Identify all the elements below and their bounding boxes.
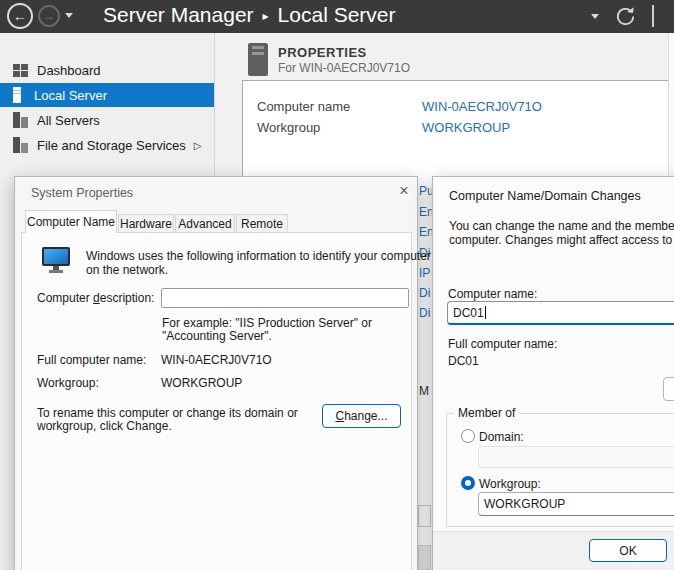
computer-name-link[interactable]: WIN-0AECRJ0V71O <box>422 99 542 114</box>
text-cursor <box>485 306 486 319</box>
server-icon <box>13 87 21 103</box>
dialog-title: Computer Name/Domain Changes <box>449 189 641 203</box>
sidebar-item-label: Dashboard <box>37 63 101 78</box>
workgroup-label: Workgroup: <box>37 376 99 390</box>
full-computer-name-label: Full computer name: <box>448 337 557 351</box>
properties-server-icon <box>248 43 268 76</box>
workgroup-link[interactable]: WORKGROUP <box>422 120 510 135</box>
page-title[interactable]: Local Server <box>278 3 396 26</box>
ok-button[interactable]: OK <box>589 539 667 562</box>
example-text-line2: "Accounting Server". <box>162 329 272 343</box>
example-text-line1: For example: "IIS Production Server" or <box>162 316 372 330</box>
background-artifact <box>418 545 431 570</box>
tab-label: Remote <box>241 217 283 231</box>
tab-page <box>21 232 412 570</box>
property-label: Computer name <box>257 99 350 114</box>
member-of-legend: Member of <box>454 406 519 420</box>
expand-arrow-icon[interactable]: ▷ <box>194 140 202 151</box>
intro-text-line2: on the network. <box>86 263 168 277</box>
sidebar-item-dashboard[interactable]: Dashboard <box>0 58 214 82</box>
sidebar-item-label: File and Storage Services <box>37 138 186 153</box>
tab-label: Computer Name <box>27 215 115 229</box>
computer-name-input[interactable]: DC01 <box>447 301 674 325</box>
close-icon[interactable]: × <box>395 182 413 200</box>
label-accesskey: d <box>93 291 100 305</box>
more-button[interactable] <box>663 377 674 401</box>
rename-hint-line2: workgroup, click Change. <box>37 419 172 433</box>
dialog-title: System Properties <box>31 186 133 200</box>
flag-icon[interactable] <box>652 5 654 27</box>
full-computer-name-label: Full computer name: <box>37 353 146 367</box>
back-icon[interactable]: ← <box>7 3 33 29</box>
domain-radio-label: Domain: <box>479 430 524 444</box>
server-manager-window: ← → Server Manager▸Local Server Dashboar… <box>0 0 674 570</box>
forward-arrow-glyph: → <box>43 9 55 23</box>
button-label: hange... <box>344 409 387 423</box>
forward-icon[interactable]: → <box>38 5 60 27</box>
computer-description-label: Computer description: <box>37 291 154 305</box>
breadcrumb-separator-icon: ▸ <box>263 9 269 23</box>
button-label: OK <box>619 544 636 558</box>
clipped-value: Di <box>419 286 430 300</box>
sidebar-item-file-storage-services[interactable]: File and Storage Services ▷ <box>0 133 214 157</box>
servers-icon <box>13 112 28 128</box>
input-value: DC01 <box>453 306 484 320</box>
workgroup-radio-label: Workgroup: <box>479 477 541 491</box>
properties-heading: PROPERTIES <box>278 45 367 60</box>
label-part: escription: <box>100 291 155 305</box>
sidebar-item-local-server[interactable]: Local Server <box>0 83 214 107</box>
clipped-label: M <box>419 384 429 398</box>
computer-description-input[interactable] <box>161 288 409 308</box>
change-button[interactable]: Change... <box>322 404 401 428</box>
workgroup-input[interactable]: WORKGROUP <box>478 492 674 516</box>
nav-dropdown-icon[interactable] <box>65 13 73 18</box>
refresh-icon[interactable] <box>613 4 638 33</box>
workgroup-value: WORKGROUP <box>161 376 242 390</box>
back-arrow-glyph: ← <box>13 8 27 24</box>
button-accesskey: C <box>335 409 344 423</box>
workgroup-radio[interactable] <box>461 476 475 490</box>
tab-computer-name[interactable]: Computer Name <box>25 210 117 233</box>
file-storage-icon <box>13 137 28 153</box>
rename-hint-line1: To rename this computer or change its do… <box>37 406 298 420</box>
manage-dropdown-icon[interactable] <box>591 14 599 19</box>
sidebar-item-label: Local Server <box>34 88 107 103</box>
system-properties-dialog: System Properties × Computer Name Hardwa… <box>14 176 418 570</box>
dialog-body-line1: You can change the name and the membersh… <box>449 219 674 233</box>
dialog-body-line2: computer. Changes might affect access to… <box>449 233 674 247</box>
domain-input[interactable] <box>478 446 674 468</box>
tab-hardware[interactable]: Hardware <box>118 214 174 233</box>
domain-changes-dialog: Computer Name/Domain Changes You can cha… <box>432 176 674 570</box>
tab-label: Hardware <box>120 217 172 231</box>
computer-name-label: Computer name: <box>448 287 537 301</box>
monitor-icon <box>41 246 71 278</box>
label-part: Computer <box>37 291 93 305</box>
scrollbar-track[interactable] <box>668 33 674 176</box>
app-title: Server Manager <box>103 3 254 26</box>
input-value: WORKGROUP <box>484 497 565 511</box>
tab-advanced[interactable]: Advanced <box>175 214 235 233</box>
domain-radio[interactable] <box>461 429 475 443</box>
full-computer-name-value: WIN-0AECRJ0V71O <box>161 353 272 367</box>
sidebar-item-label: All Servers <box>37 113 100 128</box>
property-label: Workgroup <box>257 120 320 135</box>
dashboard-icon <box>13 64 28 77</box>
tab-remote[interactable]: Remote <box>236 214 288 233</box>
sidebar-item-all-servers[interactable]: All Servers <box>0 108 214 132</box>
breadcrumb: Server Manager▸Local Server <box>103 3 396 27</box>
background-artifact <box>418 505 431 527</box>
intro-text-line1: Windows uses the following information t… <box>86 249 431 263</box>
clipped-value: Di <box>419 306 430 320</box>
properties-subheading: For WIN-0AECRJ0V71O <box>278 61 410 75</box>
tab-label: Advanced <box>178 217 231 231</box>
clipped-value: IP <box>419 266 430 280</box>
top-bar: ← → Server Manager▸Local Server <box>0 0 674 33</box>
full-computer-name-value: DC01 <box>448 354 479 368</box>
